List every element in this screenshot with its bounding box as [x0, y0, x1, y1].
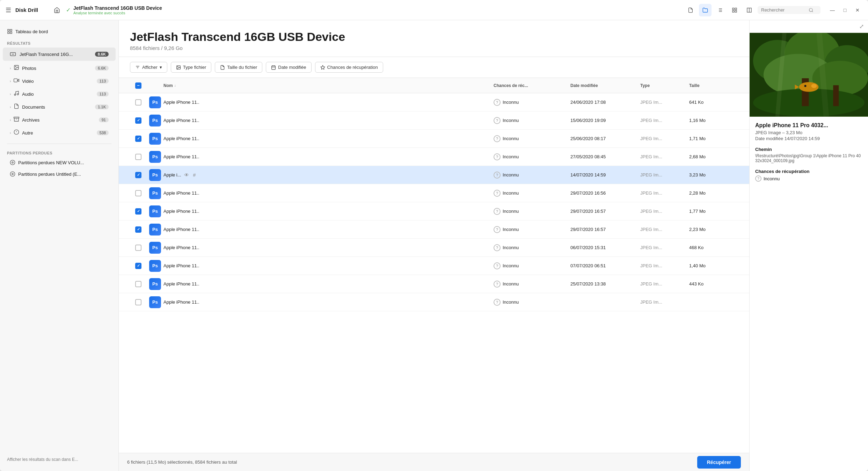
preview-icon[interactable]: 👁	[184, 172, 189, 178]
row-checkbox-cell[interactable]	[130, 208, 147, 215]
row-checkbox[interactable]	[135, 136, 141, 142]
date-cell: 25/06/2020 08:17	[570, 136, 640, 141]
row-checkbox[interactable]	[135, 245, 141, 251]
preview-chemin-value: \Restructuré\Photos\jpg\Group 1\Apple iP…	[755, 153, 862, 163]
dashboard-item[interactable]: Tableau de bord	[0, 26, 118, 38]
row-checkbox-cell[interactable]	[130, 299, 147, 305]
col-date[interactable]: Date modifiée	[570, 83, 640, 88]
col-nom[interactable]: Nom ↓	[163, 83, 494, 88]
recover-button[interactable]: Récupérer	[697, 456, 741, 469]
list-view-btn[interactable]	[714, 4, 726, 16]
row-checkbox[interactable]	[135, 208, 141, 215]
close-button[interactable]: ✕	[853, 5, 862, 15]
window-controls: — □ ✕	[827, 5, 862, 15]
row-checkbox-cell[interactable]	[130, 172, 147, 178]
table-row[interactable]: Ps Apple iPhone 11.. ? Inconnu 24/06/202…	[119, 93, 749, 111]
table-row[interactable]: Ps Apple iPhone 11.. ? Inconnu 29/07/202…	[119, 220, 749, 239]
menu-icon[interactable]: ☰	[6, 6, 11, 14]
chances-cell: ? Inconnu	[494, 153, 570, 160]
chances-icon: ?	[494, 117, 501, 124]
sidebar-item-vidéo[interactable]: › Vidéo 113	[3, 75, 116, 87]
sidebar-item-audio[interactable]: › Audio 113	[3, 88, 116, 100]
sidebar-item-documents[interactable]: › Documents 1.1K	[3, 101, 116, 113]
category-icon	[14, 129, 19, 136]
row-checkbox-cell[interactable]	[130, 154, 147, 160]
row-checkbox[interactable]	[135, 299, 141, 305]
sidebar-item-autre[interactable]: › Autre 538	[3, 126, 116, 139]
sidebar-item-archives[interactable]: › Archives 91	[3, 114, 116, 126]
row-checkbox-cell[interactable]	[130, 226, 147, 233]
sidebar-cat-count: 113	[97, 79, 109, 84]
table-row[interactable]: Ps Apple iPhone 11.. ? Inconnu 29/07/202…	[119, 184, 749, 202]
afficher-button[interactable]: Afficher ▾	[130, 62, 167, 73]
sidebar-partition-item[interactable]: Partitions perdues NEW VOLU...	[3, 157, 116, 168]
row-checkbox[interactable]	[135, 117, 141, 124]
sidebar-item-photos[interactable]: › Photos 6.6K	[3, 62, 116, 74]
type-fichier-button[interactable]: Type fichier	[171, 62, 211, 73]
home-button[interactable]	[51, 4, 63, 16]
taille-fichier-button[interactable]: Taille du fichier	[215, 62, 262, 73]
filename-cell: Apple iPhone 11..	[163, 136, 494, 141]
filter-icon	[135, 65, 140, 70]
col-type[interactable]: Type	[640, 83, 689, 88]
search-input[interactable]	[761, 7, 807, 13]
date-cell: 14/07/2020 14:59	[570, 172, 640, 177]
category-icon	[14, 65, 19, 72]
row-checkbox[interactable]	[135, 154, 141, 160]
row-checkbox[interactable]	[135, 263, 141, 269]
date-modifiee-button[interactable]: Date modifiée	[266, 62, 311, 73]
table-row[interactable]: Ps Apple iPhone 11.. ? Inconnu 25/06/202…	[119, 130, 749, 148]
row-checkbox-cell[interactable]	[130, 245, 147, 251]
row-checkbox[interactable]	[135, 190, 141, 196]
table-row[interactable]: Ps Apple iPhone 11.. ? Inconnu 07/07/202…	[119, 257, 749, 275]
select-all-checkbox[interactable]	[135, 82, 141, 89]
row-checkbox[interactable]	[135, 281, 141, 287]
row-checkbox[interactable]	[135, 172, 141, 178]
table-row[interactable]: Ps Apple iPhone 11.. ? Inconnu 27/05/202…	[119, 148, 749, 166]
row-checkbox-cell[interactable]	[130, 190, 147, 196]
expand-preview-button[interactable]: ⤢	[859, 23, 864, 30]
sidebar-device-item[interactable]: JetFlash Transcend 16G... 8.6K	[3, 48, 116, 61]
table-row[interactable]: Ps Apple iPhone 11.. ? Inconnu 25/07/202…	[119, 275, 749, 293]
row-checkbox-cell[interactable]	[130, 136, 147, 142]
scan-results-link[interactable]: Afficher les résultats du scan dans E...	[7, 457, 78, 462]
filename: Apple iPhone 11..	[163, 227, 199, 232]
table-row[interactable]: Ps Apple iPhone 11.. ? Inconnu 06/07/202…	[119, 239, 749, 257]
main-layout: Tableau de bord Résultats JetFlash Trans…	[0, 20, 868, 471]
date-cell: 27/05/2020 08:45	[570, 154, 640, 159]
minimize-button[interactable]: —	[827, 5, 837, 15]
page-title: JetFlash Transcend 16GB USB Device	[130, 30, 738, 44]
tag-icon[interactable]: #	[193, 172, 196, 178]
chances-button[interactable]: Chances de récupération	[315, 62, 383, 73]
row-checkbox-cell[interactable]	[130, 99, 147, 106]
folder-icon-btn[interactable]	[699, 4, 712, 16]
panel-view-btn[interactable]	[743, 4, 756, 16]
filename: Apple iPhone 11..	[163, 136, 199, 141]
grid-view-btn[interactable]	[728, 4, 741, 16]
calendar-icon	[271, 65, 276, 70]
table-row[interactable]: Ps Apple iPhone 11.. ? Inconnu JPEG Im..…	[119, 293, 749, 311]
row-checkbox-cell[interactable]	[130, 117, 147, 124]
col-chances[interactable]: Chances de réc...	[494, 83, 570, 88]
file-icon-cell: Ps	[147, 242, 163, 254]
filename: Apple iPhone 11..	[163, 281, 199, 287]
file-icon-cell: Ps	[147, 296, 163, 308]
preview-chances-value: Inconnu	[764, 176, 780, 181]
chances-cell: ? Inconnu	[494, 99, 570, 106]
filename-cell: Apple iPhone 11..	[163, 190, 494, 196]
table-row[interactable]: Ps Apple i... 👁 # ? Inconnu 14/07/2020 1…	[119, 166, 749, 184]
photo-icon	[176, 65, 181, 70]
search-box[interactable]	[758, 6, 820, 14]
col-taille[interactable]: Taille	[689, 83, 731, 88]
sidebar-partition-item[interactable]: Partitions perdues Untitled (E...	[3, 168, 116, 180]
row-checkbox-cell[interactable]	[130, 263, 147, 269]
chances-cell: ? Inconnu	[494, 299, 570, 306]
table-row[interactable]: Ps Apple iPhone 11.. ? Inconnu 29/07/202…	[119, 202, 749, 220]
table-row[interactable]: Ps Apple iPhone 11.. ? Inconnu 15/06/202…	[119, 111, 749, 130]
row-checkbox[interactable]	[135, 226, 141, 233]
maximize-button[interactable]: □	[840, 5, 850, 15]
chevron-right-icon: ›	[10, 118, 11, 122]
row-checkbox[interactable]	[135, 99, 141, 106]
file-icon-btn[interactable]	[684, 4, 697, 16]
row-checkbox-cell[interactable]	[130, 281, 147, 287]
